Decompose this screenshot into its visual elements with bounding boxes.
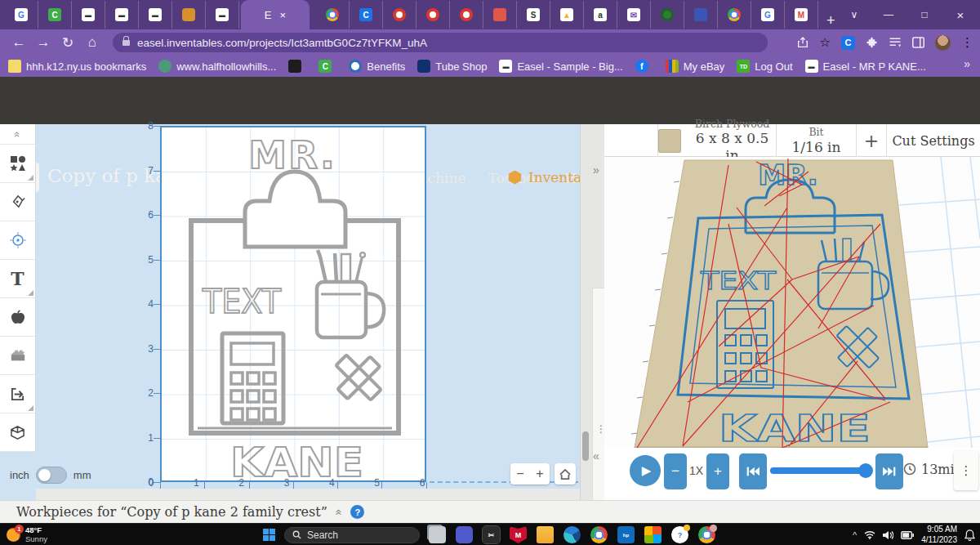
task-view-icon[interactable] (429, 526, 446, 543)
simulation-slider[interactable] (770, 467, 868, 474)
bookmark-item[interactable] (288, 60, 306, 73)
home-icon[interactable]: ⌂ (80, 34, 105, 51)
notifications-bell-icon[interactable] (964, 529, 975, 541)
speed-down-button[interactable]: − (664, 453, 687, 489)
preview-options-button[interactable]: ⋮ (954, 451, 978, 490)
weather-widget[interactable]: 1 48°FSunny (7, 526, 47, 544)
slider-knob[interactable] (858, 463, 873, 478)
expand-right-icon[interactable]: » (593, 163, 599, 176)
reading-list-icon[interactable] (889, 37, 902, 48)
design-canvas[interactable]: MR. TEXT (160, 126, 426, 482)
bookmark-item[interactable]: C (318, 60, 336, 73)
browser-tab[interactable] (718, 1, 751, 29)
browser-tab[interactable]: ▬ (72, 1, 105, 29)
text-tool[interactable]: T (0, 260, 35, 298)
chrome-icon[interactable] (590, 526, 608, 543)
browser-tab[interactable]: C (38, 1, 72, 29)
collapse-workpieces-icon[interactable]: « (332, 508, 345, 516)
extensions-puzzle-icon[interactable] (866, 37, 878, 49)
collapse-toolbar-button[interactable]: « (0, 124, 35, 145)
snipping-tool-icon[interactable]: ✂ (483, 526, 500, 543)
browser-tab[interactable]: ▬ (139, 1, 172, 29)
window-close-button[interactable]: × (942, 8, 978, 22)
browser-tab[interactable]: a (584, 1, 617, 29)
browser-tab[interactable]: M (785, 1, 818, 29)
vertical-scrollbar-thumb[interactable] (582, 431, 589, 461)
skip-to-start-button[interactable] (739, 453, 767, 489)
browser-tab[interactable] (383, 1, 416, 29)
play-button[interactable]: ▶ (630, 455, 661, 486)
browser-tab[interactable]: G (751, 1, 785, 29)
3d-view-tool[interactable] (0, 413, 35, 452)
carve-preview-3d[interactable]: MR. TEXT (604, 157, 980, 448)
zoom-home-button[interactable] (555, 463, 576, 485)
file-explorer-icon[interactable] (537, 526, 554, 543)
active-browser-tab[interactable]: E × (241, 0, 310, 29)
get-help-icon[interactable]: ? (671, 526, 688, 543)
bookmark-item[interactable]: ▬Easel - Sample - Big... (499, 60, 622, 73)
browser-tab[interactable] (483, 1, 517, 29)
battery-icon[interactable] (901, 531, 914, 539)
browser-tab[interactable]: ▲ (550, 1, 584, 29)
reload-icon[interactable]: ↻ (56, 34, 80, 51)
bookmark-item[interactable]: My eBay (666, 60, 725, 73)
speed-up-button[interactable]: + (706, 453, 729, 489)
bookmark-star-icon[interactable]: ☆ (820, 35, 831, 50)
skip-to-end-button[interactable] (875, 453, 903, 489)
tray-expand-icon[interactable]: ^ (853, 530, 857, 540)
clock-widget[interactable]: 9:05 AM 4/11/2023 (921, 525, 957, 545)
my-hp-icon[interactable]: hp (617, 526, 635, 543)
browser-tab[interactable] (172, 1, 206, 29)
extension-c-icon[interactable]: C (841, 36, 855, 50)
bookmark-item[interactable]: ▬Easel - MR P KANE... (805, 60, 926, 73)
back-icon[interactable]: ← (7, 34, 31, 51)
design-library-tool[interactable] (0, 298, 35, 337)
edge-icon[interactable] (564, 526, 581, 543)
bookmarks-overflow-icon[interactable]: » (964, 57, 970, 70)
material-selector[interactable]: Birch Plywood6 x 8 x 0.5 in (657, 124, 776, 157)
tab-close-icon[interactable]: × (280, 9, 287, 21)
share-icon[interactable] (796, 36, 809, 49)
window-minimize-button[interactable]: — (871, 9, 906, 20)
browser-tab[interactable]: ✉ (617, 1, 651, 29)
new-tab-button[interactable]: + (826, 12, 835, 29)
cut-settings-tab[interactable]: Cut Settings (886, 124, 980, 157)
browser-tab[interactable]: ▬ (105, 1, 139, 29)
pen-tool[interactable] (0, 183, 35, 221)
browser-tab[interactable] (684, 1, 718, 29)
bookmark-item[interactable]: Tube Shop (417, 60, 487, 73)
teams-icon[interactable] (456, 526, 473, 543)
windows-start-icon[interactable] (263, 529, 275, 541)
mcafee-icon[interactable]: M (510, 526, 527, 543)
bookmark-item[interactable]: Benefits (349, 60, 405, 73)
browser-tab[interactable] (651, 1, 684, 29)
browser-tab[interactable]: ▬ (206, 1, 239, 29)
browser-tab[interactable]: G (5, 1, 38, 29)
apps-tool[interactable] (0, 337, 35, 375)
window-maximize-button[interactable]: □ (906, 9, 942, 20)
side-panel-icon[interactable] (912, 37, 924, 48)
horizontal-scrollbar[interactable] (36, 489, 580, 500)
window-menu-icon[interactable]: ∨ (838, 9, 871, 20)
bookmark-item[interactable]: f (635, 60, 653, 73)
browser-tab[interactable] (416, 1, 450, 29)
zoom-in-button[interactable]: + (536, 467, 543, 481)
browser-tab[interactable]: S (517, 1, 550, 29)
address-bar[interactable]: easel.inventables.com/projects/Ict3amtbG… (113, 33, 768, 52)
bookmark-item[interactable]: TDLog Out (737, 60, 792, 73)
profile-avatar[interactable] (935, 35, 951, 51)
taskbar-search[interactable]: Search (284, 527, 420, 543)
ms-store-icon[interactable] (644, 526, 662, 543)
browser-tab[interactable]: C (350, 1, 383, 29)
chrome-profile-icon[interactable] (698, 526, 715, 543)
browser-tab[interactable] (450, 1, 483, 29)
units-toggle[interactable] (36, 467, 67, 484)
add-bit-button[interactable]: + (856, 124, 886, 157)
shapes-tool[interactable] (0, 145, 35, 183)
bookmark-item[interactable]: www.halfhollowhills... (158, 60, 276, 73)
drill-origin-tool[interactable] (0, 221, 35, 260)
volume-icon[interactable] (883, 530, 893, 540)
import-tool[interactable] (0, 375, 35, 413)
bookmark-item[interactable]: hhh.k12.ny.us bookmarks (8, 60, 146, 73)
collapse-left-icon[interactable]: « (593, 449, 599, 462)
